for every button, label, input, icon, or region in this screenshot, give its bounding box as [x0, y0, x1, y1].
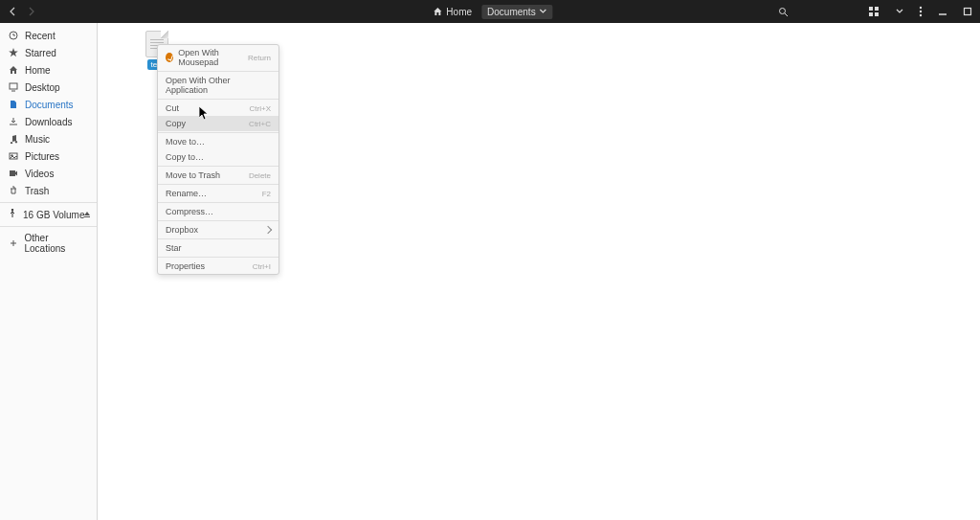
maximize-restore-button[interactable] — [963, 7, 972, 16]
music-icon — [8, 133, 19, 145]
sidebar-item-label: Pictures — [25, 151, 59, 162]
sidebar-item-home[interactable]: Home — [0, 61, 97, 79]
sidebar-item-pictures[interactable]: Pictures — [0, 147, 97, 165]
menu-item-label: Star — [166, 243, 182, 253]
plus-icon — [8, 237, 18, 249]
sidebar-item-volume[interactable]: 16 GB Volume — [0, 206, 97, 223]
menu-separator — [158, 166, 278, 167]
breadcrumb-documents[interactable]: Documents — [481, 5, 553, 19]
sidebar-item-label: Music — [25, 134, 50, 145]
star-icon — [8, 47, 19, 58]
menu-accelerator: Return — [248, 54, 271, 62]
svg-point-6 — [920, 7, 922, 9]
sidebar-item-label: Desktop — [25, 82, 60, 93]
svg-rect-12 — [10, 83, 17, 89]
menu-open-with-other[interactable]: Open With Other Application — [158, 73, 278, 98]
menu-item-label: Dropbox — [166, 225, 198, 235]
svg-point-7 — [920, 11, 922, 12]
sidebar-item-label: Documents — [25, 100, 74, 110]
sidebar-item-starred[interactable]: Starred — [0, 44, 97, 61]
sidebar-item-label: Recent — [25, 31, 56, 41]
sidebar-item-label: Trash — [25, 186, 49, 196]
sidebar-item-trash[interactable]: Trash — [0, 182, 97, 199]
svg-rect-5 — [875, 12, 879, 16]
svg-line-1 — [785, 13, 788, 16]
desktop-icon — [8, 81, 19, 93]
home-icon — [8, 64, 19, 76]
menu-item-label: Open With Mousepad — [178, 48, 248, 67]
svg-rect-16 — [10, 170, 15, 176]
menu-separator — [158, 257, 278, 258]
sidebar-item-recent[interactable]: Recent — [0, 27, 97, 44]
svg-rect-3 — [875, 7, 879, 11]
download-icon — [8, 116, 19, 127]
sidebar-item-label: 16 GB Volume — [23, 210, 84, 220]
menu-separator — [158, 71, 278, 72]
menu-separator — [158, 220, 278, 221]
menu-accelerator: Ctrl+I — [253, 262, 271, 271]
sidebar-separator — [0, 202, 97, 203]
sidebar-item-desktop[interactable]: Desktop — [0, 79, 97, 96]
menu-item-label: Copy to… — [166, 152, 204, 162]
breadcrumb-label: Home — [446, 7, 472, 17]
minimize-button[interactable] — [938, 7, 947, 16]
view-toggle-button[interactable] — [869, 7, 880, 16]
topbar: Home Documents — [0, 0, 980, 23]
menu-move-to[interactable]: Move to… — [158, 134, 278, 149]
menu-item-label: Copy — [166, 119, 186, 128]
menu-item-label: Properties — [166, 261, 205, 271]
sidebar-item-downloads[interactable]: Downloads — [0, 113, 97, 130]
menu-accelerator: Ctrl+C — [249, 120, 271, 128]
sidebar-item-videos[interactable]: Videos — [0, 165, 97, 182]
svg-point-17 — [11, 209, 13, 211]
breadcrumb-label: Documents — [487, 7, 536, 17]
home-icon — [433, 7, 442, 16]
breadcrumb: Home Documents — [427, 5, 552, 19]
menu-item-label: Cut — [166, 103, 179, 113]
sidebar: Recent Starred Home Desktop Documents Do… — [0, 23, 98, 520]
eject-button[interactable] — [83, 210, 91, 220]
sidebar-item-label: Home — [25, 65, 51, 76]
menu-item-label: Compress… — [166, 207, 213, 216]
chevron-right-icon — [264, 226, 272, 234]
file-view[interactable]: test Open With Mousepad Return Open With… — [98, 23, 980, 520]
menu-item-label: Rename… — [166, 189, 207, 198]
nav-forward-button[interactable] — [25, 6, 36, 17]
sidebar-item-other-locations[interactable]: Other Locations — [0, 230, 97, 257]
breadcrumb-home[interactable]: Home — [427, 5, 478, 19]
menu-separator — [158, 202, 278, 203]
mousepad-app-icon — [166, 53, 173, 62]
menu-open-with-mousepad[interactable]: Open With Mousepad Return — [158, 45, 278, 70]
menu-star[interactable]: Star — [158, 240, 278, 256]
nav-back-button[interactable] — [8, 6, 19, 17]
sidebar-item-label: Videos — [25, 169, 54, 179]
trash-icon — [8, 185, 19, 196]
view-options-chevron[interactable] — [896, 8, 903, 15]
menu-rename[interactable]: Rename… F2 — [158, 186, 278, 201]
sidebar-item-music[interactable]: Music — [0, 130, 97, 147]
hamburger-menu-button[interactable] — [919, 6, 923, 17]
pictures-icon — [8, 150, 19, 162]
search-button[interactable] — [778, 7, 789, 17]
menu-properties[interactable]: Properties Ctrl+I — [158, 259, 278, 274]
sidebar-item-documents[interactable]: Documents — [0, 96, 97, 113]
menu-cut[interactable]: Cut Ctrl+X — [158, 101, 278, 116]
sidebar-item-label: Downloads — [25, 117, 72, 127]
menu-copy[interactable]: Copy Ctrl+C — [158, 116, 278, 131]
menu-separator — [158, 132, 278, 133]
menu-move-to-trash[interactable]: Move to Trash Delete — [158, 168, 278, 183]
svg-point-8 — [920, 14, 922, 16]
svg-point-0 — [780, 8, 786, 13]
documents-icon — [8, 99, 19, 110]
menu-dropbox[interactable]: Dropbox — [158, 222, 278, 237]
menu-copy-to[interactable]: Copy to… — [158, 149, 278, 165]
usb-icon — [8, 209, 17, 220]
svg-rect-10 — [965, 9, 971, 15]
menu-accelerator: Ctrl+X — [250, 104, 271, 113]
clock-icon — [8, 30, 19, 41]
menu-separator — [158, 99, 278, 100]
menu-compress[interactable]: Compress… — [158, 204, 278, 219]
context-menu: Open With Mousepad Return Open With Othe… — [157, 44, 279, 275]
videos-icon — [8, 168, 19, 179]
svg-rect-2 — [869, 7, 873, 11]
